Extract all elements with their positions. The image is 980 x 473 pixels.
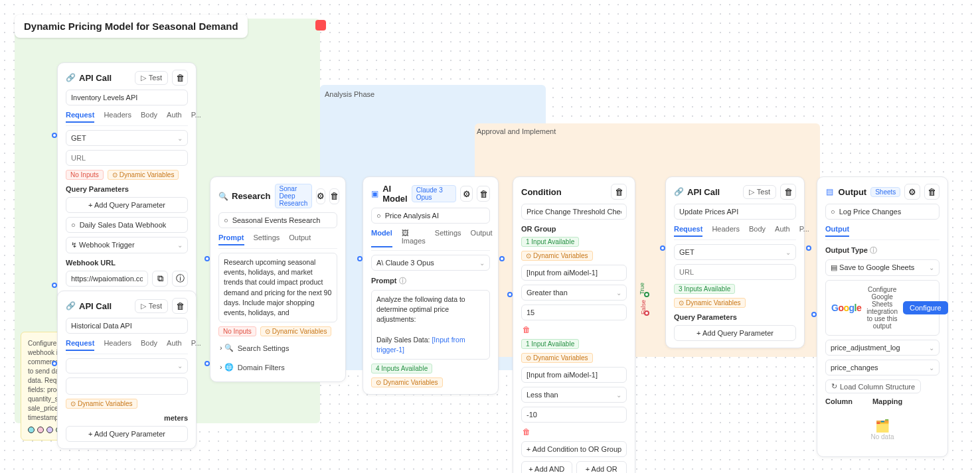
port[interactable] [52, 361, 57, 366]
node-name-input[interactable] [66, 318, 188, 334]
dyn-vars-badge[interactable]: ⊙ Dynamic Variables [521, 353, 593, 363]
webhook-trigger-select[interactable]: ↯ Webhook Trigger⌄ [66, 237, 188, 253]
delete-node-button[interactable]: 🗑 [329, 188, 339, 204]
url-input[interactable] [66, 377, 188, 395]
delete-condition-icon[interactable]: 🗑 [521, 324, 532, 335]
tab-output[interactable]: Output [471, 229, 493, 247]
tab-prompt[interactable]: Prompt [218, 234, 244, 245]
cond-op-select[interactable]: Greater than⌄ [521, 285, 627, 301]
port[interactable] [811, 312, 817, 317]
delete-node-button[interactable]: 🗑 [172, 298, 188, 314]
tab-auth[interactable]: Auth [167, 339, 182, 351]
port[interactable] [204, 361, 210, 366]
tab-body[interactable]: Body [141, 339, 157, 351]
node-name-input[interactable] [66, 90, 188, 105]
node-name-input[interactable] [521, 204, 627, 220]
sheet-select-2[interactable]: price_changes⌄ [825, 360, 939, 375]
node-api-call-1[interactable]: 🔗 API Call ▷ Test 🗑 Request Headers Body… [57, 62, 197, 323]
port[interactable] [204, 256, 210, 261]
node-name-input[interactable] [674, 204, 796, 220]
node-name-input[interactable]: ○Log Price Changes [825, 204, 939, 220]
copy-url-button[interactable]: ⧉ [152, 271, 168, 287]
output-type-select[interactable]: ▤ Save to Google Sheets⌄ [825, 259, 939, 276]
webhook-url-input[interactable] [66, 271, 148, 287]
tab-headers[interactable]: Headers [104, 111, 131, 123]
http-method-select[interactable]: GET⌄ [674, 244, 796, 260]
delete-node-button[interactable]: 🗑 [477, 186, 490, 202]
model-select[interactable]: A\ Claude 3 Opus⌄ [371, 255, 490, 271]
tab-auth[interactable]: Auth [167, 111, 182, 123]
tab-request[interactable]: Request [674, 225, 702, 237]
delete-node-button[interactable]: 🗑 [172, 70, 188, 86]
dyn-vars-badge[interactable]: ⊙ Dynamic Variables [371, 377, 443, 387]
node-name-input[interactable]: ○Seasonal Events Research [218, 212, 337, 228]
dyn-vars-badge[interactable]: ⊙ Dynamic Variables [674, 298, 746, 308]
dyn-vars-badge[interactable]: ⊙ Dynamic Variables [521, 251, 593, 261]
tab-request[interactable]: Request [66, 339, 94, 351]
delete-condition-icon[interactable]: 🗑 [521, 427, 532, 437]
tab-more[interactable]: P... [191, 339, 201, 351]
port[interactable] [507, 292, 513, 297]
gear-icon[interactable]: ⚙ [904, 184, 920, 200]
add-query-param-button[interactable]: + Add Query Parameter [66, 197, 188, 213]
test-button[interactable]: ▷ Test [743, 185, 776, 199]
tab-output[interactable]: Output [289, 234, 311, 245]
node-output[interactable]: ▤ Output Sheets ⚙ 🗑 ○Log Price Changes O… [817, 176, 948, 457]
add-query-param-button[interactable]: + Add Query Parameter [66, 426, 188, 442]
load-columns-button[interactable]: ↻ Load Column Structure [825, 379, 921, 393]
add-and-group-button[interactable]: + Add AND Group [521, 461, 572, 473]
port[interactable] [52, 133, 57, 138]
port[interactable] [806, 245, 811, 251]
tab-more[interactable]: P... [799, 225, 809, 237]
http-method-select[interactable]: GET⌄ [66, 130, 188, 146]
url-input[interactable] [674, 264, 796, 280]
gear-icon[interactable]: ⚙ [316, 188, 325, 204]
port[interactable] [52, 283, 57, 288]
test-button[interactable]: ▷ Test [135, 299, 168, 313]
add-or-group-button[interactable]: + Add OR Group [576, 461, 627, 473]
port-true[interactable] [644, 292, 649, 297]
add-query-param-button[interactable]: + Add Query Parameter [674, 325, 796, 341]
tab-model[interactable]: Model [371, 229, 392, 247]
delete-node-button[interactable]: 🗑 [611, 184, 627, 200]
tab-settings[interactable]: Settings [254, 234, 280, 245]
port[interactable] [660, 245, 665, 251]
dyn-vars-badge[interactable]: ⊙ Dynamic Variables [260, 326, 332, 336]
dyn-vars-badge[interactable]: ⊙ Dynamic Variables [108, 170, 179, 180]
tab-more[interactable]: P... [191, 111, 201, 123]
configure-button[interactable]: Configure [903, 301, 948, 314]
info-button[interactable]: ⓘ [172, 271, 188, 287]
node-name-input[interactable]: ○Price Analysis AI [371, 208, 490, 224]
prompt-textarea[interactable]: Research upcoming seasonal events, holid… [218, 253, 337, 322]
cond-field-input[interactable] [521, 367, 627, 383]
add-condition-or-button[interactable]: + Add Condition to OR Group [521, 441, 627, 457]
tab-headers[interactable]: Headers [104, 339, 131, 351]
cond-value-input[interactable] [521, 304, 627, 320]
node-api-call-2[interactable]: 🔗 API Call ▷ Test 🗑 Request Headers Body… [57, 291, 197, 449]
node-research[interactable]: 🔍 Research Sonar Deep Research ⚙ 🗑 ○Seas… [210, 176, 346, 382]
node-condition[interactable]: Condition 🗑 OR Group 1 Input Available ⊙… [513, 176, 635, 473]
search-settings-accordion[interactable]: › 🔍 Search Settings [218, 340, 337, 356]
port[interactable] [499, 256, 505, 261]
node-ai-model[interactable]: ▣ AI Model Claude 3 Opus ⚙ 🗑 ○Price Anal… [363, 176, 499, 395]
node-api-call-3[interactable]: 🔗 API Call ▷ Test 🗑 Request Headers Body… [665, 176, 805, 348]
cond-field-input[interactable] [521, 265, 627, 281]
delete-node-button[interactable]: 🗑 [924, 184, 939, 200]
port[interactable] [357, 256, 363, 261]
test-button[interactable]: ▷ Test [135, 71, 168, 85]
cond-op-select[interactable]: Less than⌄ [521, 387, 627, 403]
prompt-textarea[interactable]: Analyze the following data to determine … [371, 290, 490, 360]
http-method-select[interactable]: ⌄ [66, 358, 188, 373]
tab-body[interactable]: Body [749, 225, 766, 237]
tab-body[interactable]: Body [141, 111, 157, 123]
tab-settings[interactable]: Settings [435, 229, 461, 247]
tab-request[interactable]: Request [66, 111, 94, 123]
url-input[interactable] [66, 150, 188, 166]
port-false[interactable] [644, 310, 649, 316]
gear-icon[interactable]: ⚙ [460, 186, 473, 202]
domain-filters-accordion[interactable]: › 🌐 Domain Filters [218, 360, 337, 375]
dyn-vars-badge[interactable]: ⊙ Dynamic Variables [66, 399, 137, 409]
webhook-item[interactable]: ○Daily Sales Data Webhook [66, 217, 188, 233]
delete-node-button[interactable]: 🗑 [780, 184, 796, 200]
sheet-select-1[interactable]: price_adjustment_log⌄ [825, 340, 939, 356]
